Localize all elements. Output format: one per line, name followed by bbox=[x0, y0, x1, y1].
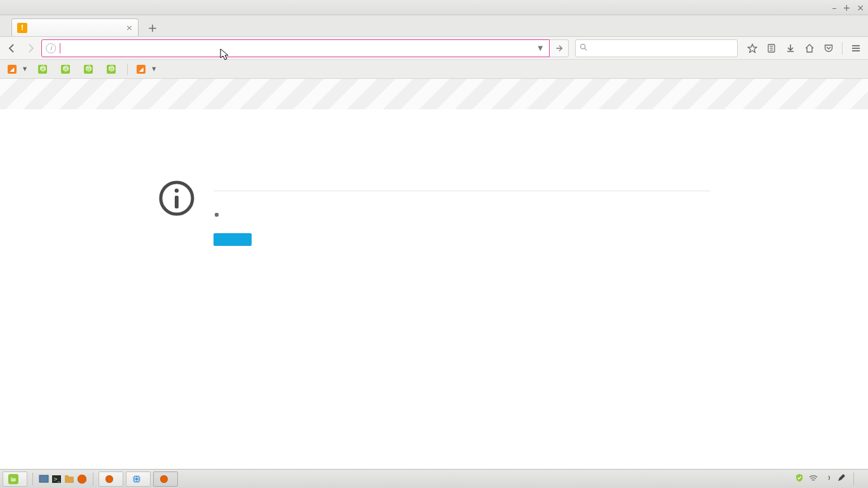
taskbar-window-button[interactable] bbox=[126, 471, 151, 487]
navigation-toolbar: i ▼ bbox=[0, 37, 868, 60]
window-close-button[interactable]: × bbox=[857, 3, 864, 13]
window-minimize-button[interactable]: – bbox=[832, 3, 837, 13]
window-titlebar: – + × bbox=[0, 0, 868, 15]
svg-rect-16 bbox=[65, 475, 69, 478]
svg-point-19 bbox=[133, 475, 140, 483]
bookmark-star-button[interactable] bbox=[744, 40, 761, 57]
linuxmint-icon: ⓜ bbox=[61, 65, 70, 74]
taskbar-window-button-active[interactable] bbox=[153, 471, 178, 487]
tab-close-button[interactable]: × bbox=[126, 23, 133, 32]
info-icon bbox=[158, 179, 196, 217]
tab-bar: ! × + bbox=[0, 15, 868, 37]
linuxmint-icon: ⓜ bbox=[84, 65, 93, 74]
svg-rect-11 bbox=[175, 196, 179, 208]
pen-icon[interactable] bbox=[837, 473, 846, 484]
bookmark-blog[interactable]: ⓜ bbox=[104, 64, 121, 75]
hamburger-menu-button[interactable] bbox=[848, 40, 864, 57]
page-content bbox=[0, 79, 868, 469]
rss-icon: ◢ bbox=[137, 65, 146, 74]
taskbar-window-button[interactable] bbox=[98, 471, 123, 487]
window-maximize-button[interactable]: + bbox=[843, 3, 851, 13]
svg-text:>_: >_ bbox=[53, 477, 61, 482]
tray-separator bbox=[853, 473, 854, 485]
url-text bbox=[60, 43, 531, 53]
go-button[interactable] bbox=[550, 39, 569, 57]
back-button[interactable] bbox=[4, 40, 20, 57]
search-icon bbox=[580, 43, 588, 53]
firefox-icon bbox=[159, 474, 169, 484]
url-bar[interactable]: i ▼ bbox=[41, 39, 550, 57]
bookmark-forums[interactable]: ⓜ bbox=[81, 64, 98, 75]
bookmarks-list-button[interactable] bbox=[763, 40, 780, 57]
globe-icon bbox=[132, 474, 142, 484]
linuxmint-icon: ⓜ bbox=[38, 65, 47, 74]
site-info-icon[interactable]: i bbox=[46, 43, 56, 53]
search-input[interactable] bbox=[592, 43, 733, 53]
toolbar-separator bbox=[842, 42, 843, 55]
rss-icon: ◢ bbox=[8, 65, 17, 74]
terminal-icon[interactable]: >_ bbox=[51, 473, 62, 485]
system-tray bbox=[795, 473, 865, 485]
divider bbox=[214, 191, 710, 191]
network-icon[interactable] bbox=[809, 474, 818, 484]
svg-rect-12 bbox=[39, 475, 48, 482]
downloads-button[interactable] bbox=[782, 40, 799, 57]
shield-icon[interactable] bbox=[795, 473, 804, 484]
chevron-down-icon: ▼ bbox=[152, 66, 156, 72]
firefox-icon bbox=[104, 474, 114, 484]
pocket-button[interactable] bbox=[820, 40, 837, 57]
svg-line-1 bbox=[585, 48, 587, 50]
taskbar-separator bbox=[93, 473, 93, 485]
linuxmint-icon: ⓜ bbox=[107, 65, 116, 74]
bookmark-separator bbox=[127, 64, 128, 75]
home-button[interactable] bbox=[801, 40, 818, 57]
bookmark-news[interactable]: ◢ ▼ bbox=[134, 64, 158, 75]
new-tab-button[interactable]: + bbox=[144, 20, 161, 35]
firefox-icon[interactable] bbox=[76, 473, 88, 485]
bookmark-linux-mint[interactable]: ⓜ bbox=[36, 64, 52, 75]
chevron-down-icon: ▼ bbox=[23, 66, 27, 72]
system-taskbar: >_ bbox=[0, 469, 868, 488]
svg-point-0 bbox=[581, 44, 585, 48]
search-bar[interactable] bbox=[575, 39, 738, 57]
menu-button[interactable] bbox=[3, 471, 27, 487]
show-desktop-icon[interactable] bbox=[38, 473, 50, 485]
header-stripe bbox=[0, 79, 868, 109]
files-icon[interactable] bbox=[64, 473, 75, 485]
mint-logo-icon bbox=[8, 474, 18, 484]
quick-launchers: >_ bbox=[38, 473, 88, 485]
volume-icon[interactable] bbox=[823, 474, 832, 484]
bookmark-most-visited[interactable]: ◢ ▼ bbox=[5, 64, 29, 75]
browser-tab[interactable]: ! × bbox=[11, 18, 139, 36]
taskbar-separator bbox=[32, 473, 33, 485]
forward-button bbox=[23, 40, 39, 57]
bookmark-community[interactable]: ⓜ bbox=[58, 64, 75, 75]
bookmarks-toolbar: ◢ ▼ ⓜ ⓜ ⓜ ⓜ ◢ ▼ bbox=[0, 60, 868, 79]
warning-icon: ! bbox=[17, 23, 27, 33]
svg-point-10 bbox=[175, 189, 179, 193]
url-dropdown-icon[interactable]: ▼ bbox=[535, 44, 545, 51]
try-again-button[interactable] bbox=[214, 233, 252, 246]
